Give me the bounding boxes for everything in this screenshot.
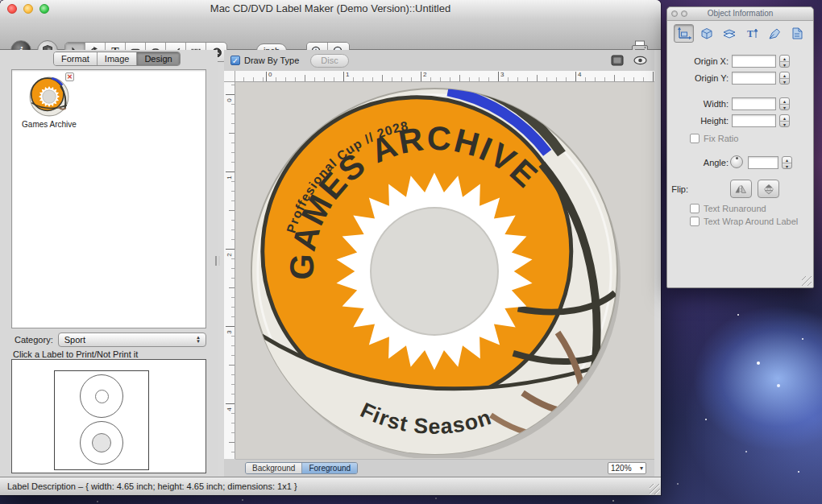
ruler-number: 4 [226,406,233,414]
ruler-number: 2 [226,251,233,259]
design-canvas[interactable]: GAMES ARCHIVE Proffesional Cup // 2028 F… [235,82,654,459]
toolbar: i [0,18,661,50]
angle-row: Angle: ▴▾ [667,156,813,170]
cube-icon [699,27,715,40]
width-stepper[interactable]: ▴▾ [779,97,790,110]
origin-x-input[interactable] [732,55,776,68]
status-text: Label Description – { width: 4.65 inch; … [7,481,297,491]
canvas-area: ✓ Draw By Type Disc 0 1 [224,50,654,477]
caret-down-icon: ▾ [640,465,643,472]
draw-by-type-checkbox[interactable]: ✓ Draw By Type [230,56,299,65]
main-window: Mac CD/DVD Label Maker (Demo Version)::U… [0,0,661,495]
origin-x-row: Origin X: ▴▾ [667,55,813,68]
window-header: Mac CD/DVD Label Maker (Demo Version)::U… [0,0,661,50]
layer-tab-foreground[interactable]: Foreground [302,463,357,473]
transform-3d-icon [676,27,692,40]
text-runaround-label: Text Runaround [704,204,766,213]
popup-arrows-icon: ▴▾ [193,334,204,345]
ruler-number: 2 [423,71,426,78]
category-selected-value: Sport [64,335,85,345]
origin-x-stepper[interactable]: ▴▾ [779,55,790,68]
cd-label-design[interactable]: GAMES ARCHIVE Proffesional Cup // 2028 F… [247,85,621,458]
palette-close-button[interactable] [671,10,678,17]
layers-icon [721,27,737,40]
page-view-button[interactable] [609,54,625,68]
palette-pages-tool-button[interactable] [787,24,807,43]
checkbox-icon [690,134,700,143]
tab-design[interactable]: Design [137,52,179,65]
label-slot-1[interactable] [80,374,123,418]
text-wrap-checkbox[interactable]: Text Wrap Around Label [690,217,798,226]
fix-ratio-label: Fix Ratio [704,134,738,143]
zoom-window-button[interactable] [39,4,49,14]
ruler-number: 1 [226,174,233,182]
origin-y-input[interactable] [732,72,776,85]
origin-y-row: Origin Y: ▴▾ [667,72,813,85]
fix-ratio-checkbox[interactable]: Fix Ratio [690,134,738,143]
angle-label: Angle: [656,156,729,169]
palette-title: Object Information [667,7,813,20]
palette-pen-tool-button[interactable] [764,24,784,43]
flip-row: Flip: [667,183,813,196]
disc-button[interactable]: Disc [310,54,348,68]
canvas-controls: ✓ Draw By Type Disc [224,50,654,71]
ruler-number: 4 [578,71,581,78]
flip-horizontal-icon [734,184,749,195]
palette-text-orientation-button[interactable]: T [741,24,762,43]
panel-tabs: Format Image Design [53,52,181,66]
canvas-zoom-select[interactable]: 120% ▾ [608,462,646,474]
height-row: Height: ▴▾ [667,114,813,128]
page-icon [611,55,624,66]
label-slot-1-hole [95,390,109,403]
tab-image[interactable]: Image [98,52,138,65]
flip-vertical-button[interactable] [758,180,779,198]
width-row: Width: ▴▾ [667,97,813,111]
ruler-wrap: 0 1 2 3 4 0 1 2 3 4 [224,71,654,459]
origin-y-stepper[interactable]: ▴▾ [779,72,790,85]
vertical-ruler: 0 1 2 3 4 [224,82,235,459]
palette-transform-tool-button[interactable] [674,24,694,43]
label-slot-2[interactable] [80,421,123,465]
category-select[interactable]: Sport ▴▾ [58,333,206,347]
ruler-number: 3 [226,328,233,337]
checkbox-icon [690,204,700,213]
draw-by-type-label: Draw By Type [244,56,299,65]
height-input[interactable] [732,114,776,127]
layer-tab-background[interactable]: Background [246,463,302,473]
palette-collapse-button[interactable] [681,10,687,17]
angle-knob[interactable] [730,155,743,168]
ruler-corner [224,71,235,82]
left-panel: Format Image Design × [0,50,218,477]
flip-label: Flip: [616,183,688,196]
panel-splitter[interactable] [215,256,220,266]
window-resize-grip[interactable] [650,484,660,494]
remove-design-button[interactable]: × [65,72,74,81]
text-wrap-label: Text Wrap Around Label [704,217,798,226]
title-bar[interactable]: Mac CD/DVD Label Maker (Demo Version)::U… [0,0,661,18]
flip-horizontal-button[interactable] [730,180,752,198]
label-sheet-preview [11,359,206,473]
preview-eye-button[interactable] [632,54,648,68]
palette-resize-grip[interactable] [802,276,812,286]
tab-format[interactable]: Format [54,52,98,65]
close-button[interactable] [7,4,17,14]
angle-input[interactable] [748,156,778,169]
palette-cube-tool-button[interactable] [696,24,716,43]
angle-stepper[interactable]: ▴▾ [782,156,792,169]
text-runaround-checkbox[interactable]: Text Runaround [690,204,766,213]
label-sheet-page[interactable] [54,370,149,470]
design-thumbnail-item[interactable]: × Games Archive [20,76,78,129]
checkbox-icon [690,217,700,226]
origin-x-label: Origin X: [656,55,729,68]
object-information-palette: Object Information T [666,6,814,288]
disc-hub [371,208,498,335]
height-stepper[interactable]: ▴▾ [779,114,790,127]
width-input[interactable] [732,97,776,110]
palette-layers-tool-button[interactable] [719,24,739,43]
horizontal-ruler: 0 1 2 3 4 [235,71,654,82]
palette-title-bar[interactable]: Object Information [667,7,813,21]
ruler-number: 1 [346,71,349,78]
minimize-button[interactable] [23,4,33,14]
ruler-number: 3 [500,71,504,78]
label-slot-2-hole [92,433,111,452]
